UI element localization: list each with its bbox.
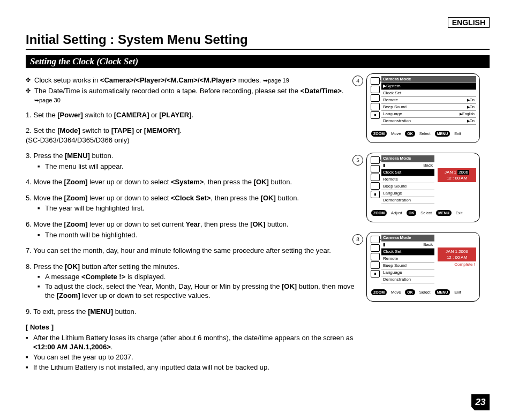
title-rule	[26, 49, 490, 50]
sub-item: The menu list will appear.	[37, 162, 358, 171]
complete-message: Complete !	[438, 261, 476, 267]
menu-row: Language	[381, 190, 434, 197]
menu-row: Demonstration▶On	[381, 118, 476, 125]
menu-row: Beep Sound▶On	[381, 104, 476, 111]
memory-icon	[371, 174, 380, 181]
text-column: Clock setup works in <Camera>/<Player>/<…	[26, 73, 358, 373]
menu-back: ▮Back	[381, 242, 434, 249]
step-marker: 8	[352, 234, 363, 245]
step-item: 3. Press the [MENU] button. The menu lis…	[26, 151, 358, 171]
sub-item: A message <Complete !> is displayed.	[37, 272, 358, 282]
menu-highlight: Clock Set	[381, 169, 434, 176]
notes-list: After the Lithium Battery loses its char…	[26, 333, 358, 372]
menu-row: Beep Sound	[381, 262, 434, 269]
menu-list: Camera Mode ▶System Clock Set Remote▶On …	[381, 76, 476, 128]
camera-icon	[371, 77, 380, 85]
figure-column: 4 Camera Mode ▶System Cl	[366, 73, 490, 373]
menu-row: Remote▶On	[381, 97, 476, 104]
menu-row: Demonstration	[381, 276, 434, 283]
intro-bullets: Clock setup works in <Camera>/<Player>/<…	[26, 76, 358, 105]
intro-item: The Date/Time is automatically recorded …	[26, 86, 358, 105]
display-icon	[371, 103, 380, 110]
note-item: After the Lithium Battery loses its char…	[26, 333, 358, 352]
sub-item: The year will be highlighted first.	[37, 204, 358, 213]
display-icon	[371, 261, 380, 269]
menu-row: Language▶English	[381, 111, 476, 118]
menu-title: Camera Mode	[381, 155, 434, 162]
menu-row: Demonstration	[381, 197, 434, 204]
step-marker: 5	[352, 155, 363, 166]
memory-icon	[371, 94, 380, 102]
date-display: JAN 1 2006 12 : 00 AM	[438, 168, 476, 182]
display-icon	[371, 182, 380, 190]
menu-title: Camera Mode	[381, 76, 476, 83]
camera-icon	[371, 236, 380, 243]
step-item: 7. You can set the month, day, hour and …	[26, 246, 358, 256]
menu-row: Remote	[381, 176, 434, 183]
step-item: 9. To exit, press the [MENU] button.	[26, 307, 358, 317]
step-item: 5. Move the [Zoom] lever up or down to s…	[26, 193, 358, 213]
sub-item: To adjust the clock, select the Year, Mo…	[37, 282, 358, 301]
menu-row: Beep Sound	[381, 183, 434, 190]
memory-icon	[371, 253, 380, 260]
page-number-badge: 23	[471, 394, 490, 410]
tool-icon	[371, 191, 380, 198]
nav-hints: ZOOMAdjust OKSelect MENUExit	[370, 210, 476, 216]
step-item: 1. Set the [Power] switch to [CAMERA] or…	[26, 110, 358, 120]
step-item: 2. Set the [Mode] switch to [TAPE] or [M…	[26, 126, 358, 145]
sub-item: The month will be highlighted.	[37, 230, 358, 240]
tape-icon	[371, 165, 380, 172]
menu-title: Camera Mode	[381, 235, 434, 242]
step-item: 6. Move the [Zoom] lever up or down to s…	[26, 220, 358, 239]
nav-hints: ZOOMMove OKSelect MENUExit	[370, 289, 476, 295]
menu-row: Clock Set	[381, 90, 476, 97]
nav-hints: ZOOMMove OKSelect MENUExit	[370, 131, 476, 137]
language-badge: ENGLISH	[448, 17, 490, 28]
tape-icon	[371, 244, 380, 252]
step-list: 1. Set the [Power] switch to [CAMERA] or…	[26, 110, 358, 317]
step-marker: 4	[352, 76, 363, 86]
menu-row: Language	[381, 269, 434, 276]
manual-page: ENGLISH Initial Setting : System Menu Se…	[0, 0, 511, 420]
step-item: 8. Press the [OK] button after setting t…	[26, 262, 358, 301]
date-display: JAN 1 2006 12 : 00 AM	[438, 248, 476, 261]
notes-heading: [ Notes ]	[26, 322, 358, 332]
note-item: You can set the year up to 2037.	[26, 352, 358, 362]
tool-icon	[371, 270, 380, 278]
screen-4: 4 Camera Mode ▶System Cl	[366, 73, 490, 143]
menu-highlight: ▶System	[381, 83, 476, 90]
camera-icon	[371, 156, 380, 164]
note-item: If the Lithium Battery is not installed,…	[26, 363, 358, 372]
screen-8: 8 Camera Mode ▮Back Cloc	[366, 232, 490, 302]
intro-item: Clock setup works in <Camera>/<Player>/<…	[26, 76, 358, 85]
page-title: Initial Setting : System Menu Setting	[26, 32, 490, 47]
section-heading: Setting the Clock (Clock Set)	[26, 55, 490, 68]
menu-highlight: Clock Set	[381, 249, 434, 256]
menu-row: Remote	[381, 256, 434, 262]
tape-icon	[371, 86, 380, 93]
step-item: 4. Move the [Zoom] lever up or down to s…	[26, 177, 358, 187]
menu-back: ▮Back	[381, 162, 434, 169]
screen-5: 5 Camera Mode ▮Back Cloc	[366, 153, 490, 222]
tool-icon	[371, 111, 380, 119]
